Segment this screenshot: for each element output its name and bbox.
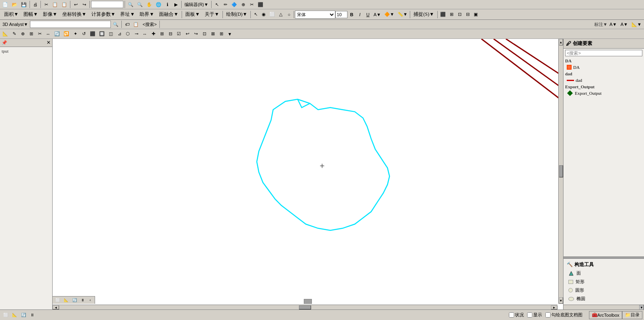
print-btn[interactable]: 🖨 (31, 0, 39, 9)
menu-panel[interactable]: 面板▼ (183, 10, 202, 19)
draw-r10[interactable]: ↺ (80, 30, 88, 38)
tool-face[interactable]: 面 (565, 269, 642, 277)
scale-input[interactable]: 1:000 (91, 1, 123, 8)
menu-coord[interactable]: 坐标转换▼ (60, 10, 89, 19)
draw-r23[interactable]: ↪ (192, 30, 200, 38)
fill-color-btn[interactable]: 🔶▼ (383, 11, 396, 19)
italic-btn[interactable]: I (356, 11, 364, 19)
zoom-out-btn[interactable]: 🔍 (136, 0, 144, 9)
draw-r12[interactable]: 🔲 (97, 30, 106, 38)
draw-r21[interactable]: ☑ (175, 30, 183, 38)
identify-btn[interactable]: ℹ (163, 0, 172, 9)
save-btn[interactable]: 💾 (19, 0, 28, 9)
edit-tool-3[interactable]: 🔷 (230, 0, 239, 9)
draw-r6[interactable]: ↔ (44, 30, 52, 38)
draw-r19[interactable]: ⊞ (158, 30, 166, 38)
cb-sketch[interactable] (545, 312, 551, 318)
redo-btn[interactable]: ↪ (80, 0, 88, 9)
label-btn2[interactable]: A▼ (619, 20, 629, 28)
scroll-down-btn[interactable]: ▼ (559, 297, 563, 304)
status-cb-2[interactable]: 显示 (527, 312, 542, 318)
layer-item-export[interactable]: Export_Output (564, 90, 644, 96)
draw-r20[interactable]: ⊟ (166, 30, 174, 38)
catalog-tab[interactable]: 📁 目录 (622, 311, 642, 319)
map-ctrl-3[interactable]: 🔄 (71, 297, 78, 303)
scroll-thumb-v[interactable] (559, 165, 563, 177)
status-btn-3[interactable]: 🔄 (19, 311, 28, 319)
edit-tool-5[interactable]: ✂ (248, 0, 256, 9)
draw-cursor-btn[interactable]: ↖ (252, 11, 260, 19)
status-cb-3[interactable]: 勾绘底图文档图 (545, 312, 583, 318)
draw-tool-2[interactable]: ⬜ (268, 11, 277, 19)
edit-tool-6[interactable]: ⬛ (256, 0, 265, 9)
underline-btn[interactable]: U (364, 11, 372, 19)
draw-r15[interactable]: ⬡ (124, 30, 132, 38)
tool-rect[interactable]: 矩形 (565, 277, 642, 286)
draw-r26[interactable]: ⊞ (217, 30, 225, 38)
tool-ellipse[interactable]: 椭圆 (565, 294, 642, 303)
menu-image[interactable]: 影像▼ (40, 10, 60, 19)
status-btn-4[interactable]: ⏸ (28, 311, 36, 319)
draw-tool-4[interactable]: ○ (285, 11, 293, 19)
menu-boundary[interactable]: 界址▼ (118, 10, 137, 19)
edit-tool-2[interactable]: ✏ (221, 0, 229, 9)
scroll-thumb-h[interactable] (299, 305, 311, 309)
menu-frame[interactable]: 图幅▼ (21, 10, 40, 19)
edit-tool-4[interactable]: ⊕ (239, 0, 247, 9)
layer-item-dad[interactable]: dad (564, 77, 644, 83)
draw-r4[interactable]: ⊞ (27, 30, 35, 38)
right-panel-scrollbar[interactable]: ▼ (564, 305, 644, 309)
zoom-in-btn[interactable]: 🔍 (126, 0, 135, 9)
map-ctrl-5[interactable]: ‹ (87, 297, 93, 303)
font-select[interactable]: 宋体 (295, 11, 335, 19)
layer-group-DA[interactable]: DA (564, 58, 644, 64)
draw-r2[interactable]: ✎ (10, 30, 18, 38)
right-scroll-down[interactable]: ▼ (639, 305, 644, 310)
open-btn[interactable]: 📂 (10, 0, 19, 9)
3d-analyst-btn[interactable]: 3D Analyst▼ (1, 20, 30, 28)
search-input[interactable] (566, 50, 642, 56)
tool-a2[interactable]: 📋 (131, 20, 140, 28)
draw-r9[interactable]: ✦ (71, 30, 79, 38)
bold-btn[interactable]: B (347, 11, 356, 19)
layer-item-DA[interactable]: DA (564, 64, 644, 70)
label-btn3[interactable]: 📐▼ (630, 20, 643, 28)
scroll-up-btn[interactable]: ▲ (559, 39, 563, 45)
layer-group-export[interactable]: Export_Output (564, 83, 644, 90)
map-ctrl-2[interactable]: 📐 (62, 297, 70, 303)
paste-btn[interactable]: 📋 (60, 0, 69, 9)
close-left-panel-btn[interactable]: ✕ (47, 40, 51, 46)
cb-status[interactable] (509, 312, 514, 318)
map-ctrl-4[interactable]: ⏸ (79, 297, 86, 303)
scroll-right-btn[interactable]: ► (551, 305, 557, 309)
status-btn-1[interactable]: ⬜ (2, 311, 10, 319)
menu-draw[interactable]: 绘制(D)▼ (224, 10, 250, 19)
pan-btn[interactable]: ✋ (145, 0, 154, 9)
draw-r11[interactable]: ⬛ (88, 30, 97, 38)
layer-group-dad[interactable]: dad (564, 70, 644, 77)
draw-tool-3[interactable]: △ (277, 11, 285, 19)
draw-r1[interactable]: 📐 (1, 30, 10, 38)
menu-area[interactable]: 面积▼ (2, 10, 21, 19)
cb-display[interactable] (527, 312, 532, 318)
h-scroll-center[interactable] (304, 299, 312, 304)
edit-tool-1[interactable]: ↖ (213, 0, 221, 9)
menu-assist[interactable]: 助界▼ (137, 10, 157, 19)
scrollbar-v[interactable]: ▲ ▼ (558, 39, 563, 304)
draw-r8[interactable]: 🔁 (62, 30, 71, 38)
draw-r22[interactable]: ↩ (183, 30, 191, 38)
map-ctrl-1[interactable]: ⬜ (54, 297, 61, 303)
draw-r7[interactable]: 🔄 (53, 30, 61, 38)
menu-about[interactable]: 关于▼ (202, 10, 222, 19)
select-btn[interactable]: ▶ (172, 0, 180, 9)
draw-r25[interactable]: ⊠ (209, 30, 217, 38)
line-color-btn[interactable]: 📏▼ (396, 11, 409, 19)
tool-a3[interactable]: <搜索> (141, 20, 158, 28)
status-cb-1[interactable]: 状况 (509, 312, 524, 318)
draw-r27[interactable]: ▼ (226, 30, 234, 38)
draw-r24[interactable]: ⊡ (200, 30, 208, 38)
draw-r16[interactable]: ⊸ (132, 30, 140, 38)
full-extent-btn[interactable]: 🌐 (154, 0, 163, 9)
tool-a1[interactable]: 🏷 (123, 20, 131, 28)
draw-r14[interactable]: ⊿ (115, 30, 123, 38)
